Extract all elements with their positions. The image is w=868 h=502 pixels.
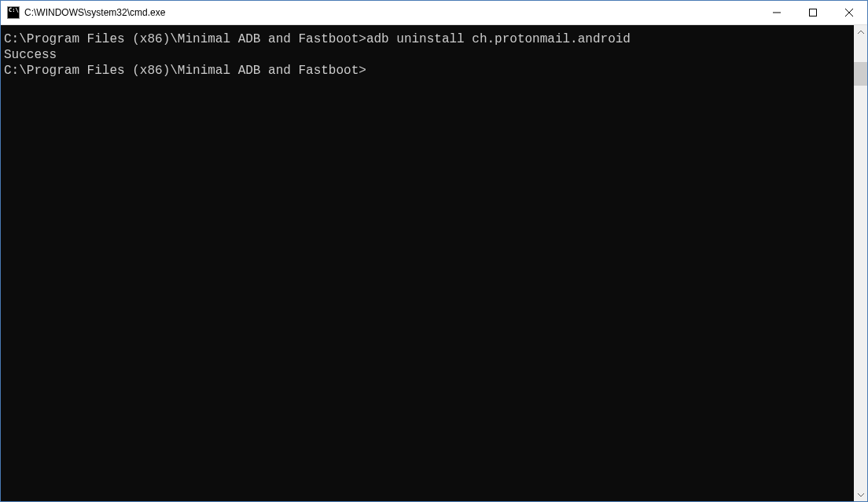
titlebar[interactable]: C:\ C:\WINDOWS\system32\cmd.exe (1, 1, 867, 25)
minimize-button[interactable] (759, 1, 795, 24)
terminal-line: Success (4, 47, 854, 63)
minimize-icon (773, 9, 781, 16)
maximize-icon (809, 9, 817, 16)
scrollbar-track[interactable] (854, 38, 867, 488)
terminal-line: C:\Program Files (x86)\Minimal ADB and F… (4, 31, 854, 47)
close-button[interactable] (831, 1, 867, 24)
chevron-up-icon (858, 29, 864, 35)
chevron-down-icon (858, 492, 864, 498)
app-icon: C:\ (7, 6, 20, 19)
close-icon (845, 9, 853, 16)
terminal-line: C:\Program Files (x86)\Minimal ADB and F… (4, 63, 854, 79)
svg-rect-1 (810, 9, 817, 16)
vertical-scrollbar[interactable] (854, 25, 867, 501)
terminal-output[interactable]: C:\Program Files (x86)\Minimal ADB and F… (1, 25, 854, 501)
prompt-text: C:\Program Files (x86)\Minimal ADB and F… (4, 64, 366, 78)
cmd-window: C:\ C:\WINDOWS\system32\cmd.exe (0, 0, 868, 502)
command-text: adb uninstall ch.protonmail.android (366, 32, 631, 46)
cmd-icon: C:\ (7, 6, 20, 19)
scrollbar-thumb[interactable] (854, 62, 867, 86)
maximize-button[interactable] (795, 1, 831, 24)
window-title: C:\WINDOWS\system32\cmd.exe (24, 7, 759, 18)
terminal-container: C:\Program Files (x86)\Minimal ADB and F… (1, 25, 867, 501)
prompt-text: C:\Program Files (x86)\Minimal ADB and F… (4, 32, 366, 46)
scrollbar-up-button[interactable] (854, 25, 867, 38)
scrollbar-down-button[interactable] (854, 488, 867, 501)
window-controls (759, 1, 867, 24)
